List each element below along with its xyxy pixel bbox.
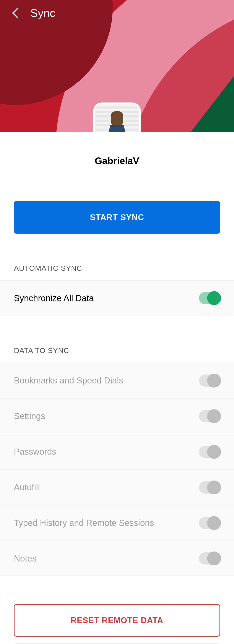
header-hero: Sync — [0, 0, 234, 132]
toggle-typed-history — [199, 517, 220, 529]
page-title: Sync — [30, 6, 55, 20]
start-sync-button[interactable]: START SYNC — [14, 201, 220, 234]
bottom-actions: RESET REMOTE DATA LOG OUT — [0, 576, 234, 644]
section-header-automatic: AUTOMATIC SYNC — [0, 234, 234, 280]
toggle-notes — [199, 552, 220, 564]
row-label: Typed History and Remote Sessions — [14, 518, 154, 528]
username: GabrielaV — [0, 156, 234, 166]
back-icon[interactable] — [9, 6, 22, 20]
toggle-bookmarks — [199, 374, 220, 387]
row-label: Bookmarks and Speed Dials — [14, 376, 123, 386]
toggle-passwords — [199, 446, 220, 458]
row-notes: Notes — [0, 541, 234, 576]
toggle-synchronize-all[interactable] — [199, 292, 220, 304]
automatic-sync-group: Synchronize All Data — [0, 280, 234, 316]
row-label: Passwords — [14, 447, 56, 456]
avatar-image — [95, 104, 139, 132]
row-label: Notes — [14, 554, 37, 564]
row-autofill: Autofill — [0, 470, 234, 505]
reset-remote-data-button[interactable]: RESET REMOTE DATA — [14, 604, 220, 636]
avatar[interactable] — [93, 102, 141, 132]
section-header-data-to-sync: DATA TO SYNC — [0, 316, 234, 362]
row-settings: Settings — [0, 398, 234, 434]
row-label: Synchronize All Data — [14, 293, 94, 303]
row-typed-history: Typed History and Remote Sessions — [0, 505, 234, 541]
data-to-sync-group: Bookmarks and Speed Dials Settings Passw… — [0, 362, 234, 576]
toggle-settings — [199, 410, 220, 422]
row-label: Autofill — [14, 482, 40, 492]
toggle-autofill — [199, 481, 220, 494]
row-bookmarks: Bookmarks and Speed Dials — [0, 362, 234, 398]
row-passwords: Passwords — [0, 434, 234, 470]
row-label: Settings — [14, 411, 45, 421]
row-synchronize-all[interactable]: Synchronize All Data — [0, 280, 234, 316]
